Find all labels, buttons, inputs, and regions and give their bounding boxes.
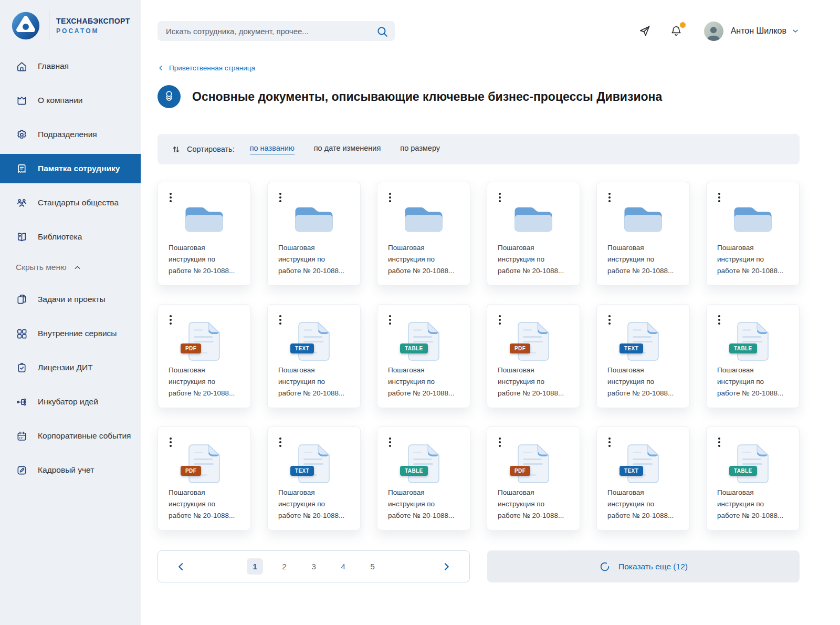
file-type-badge: PDF <box>510 343 530 353</box>
folder-icon <box>291 201 337 237</box>
document-card-folder[interactable]: Пошаговая инструкция по работе № 20-1088… <box>267 182 361 286</box>
document-card-table[interactable]: TABLE Пошаговая инструкция по работе № 2… <box>377 426 470 530</box>
kebab-menu-icon[interactable] <box>497 436 502 449</box>
document-card-text[interactable]: TEXT Пошаговая инструкция по работе № 20… <box>267 426 361 530</box>
sidebar-item-label: Корпоративные события <box>38 431 131 442</box>
document-card-pdf[interactable]: PDF Пошаговая инструкция по работе № 20-… <box>487 304 580 408</box>
breadcrumb-label: Приветственная страница <box>169 64 255 72</box>
sidebar-item-ideas[interactable]: Инкубатор идей <box>0 387 141 416</box>
chevron-up-icon <box>73 263 82 272</box>
pagination-next-button[interactable] <box>439 559 454 574</box>
sort-option[interactable]: по дате изменения <box>314 144 381 154</box>
gear-icon <box>16 129 28 141</box>
kebab-menu-icon[interactable] <box>497 314 502 326</box>
kebab-menu-icon[interactable] <box>278 314 283 326</box>
rosatom-logo <box>9 9 42 42</box>
pagination-prev-button[interactable] <box>174 559 188 574</box>
memo-icon <box>16 163 28 175</box>
sidebar-item-home[interactable]: Главная <box>0 51 141 81</box>
kebab-menu-icon[interactable] <box>607 436 612 449</box>
kebab-menu-icon[interactable] <box>717 191 722 204</box>
breadcrumb[interactable]: Приветственная страница <box>158 64 255 72</box>
sort-option[interactable]: по размеру <box>400 144 440 154</box>
page-button[interactable]: 4 <box>335 558 351 575</box>
page-button[interactable]: 5 <box>364 558 381 575</box>
document-card-text[interactable]: TEXT Пошаговая инструкция по работе № 20… <box>596 426 690 530</box>
kebab-menu-icon[interactable] <box>168 314 173 326</box>
kebab-menu-icon[interactable] <box>168 436 173 449</box>
sortbar: Сортировать: по названиюпо дате изменени… <box>158 134 800 164</box>
kebab-menu-icon[interactable] <box>497 191 502 204</box>
home-icon <box>16 60 28 72</box>
collapse-menu-button[interactable]: Скрыть меню <box>0 256 90 278</box>
sidebar: ТЕХСНАБЭКСПОРТ РОСАТОМ Главная О компани… <box>0 0 141 625</box>
document-card-title: Пошаговая инструкция по работе № 20-1088… <box>275 364 353 399</box>
sidebar-item-book[interactable]: Библиотека <box>0 222 141 252</box>
search-input[interactable] <box>158 21 395 41</box>
kebab-menu-icon[interactable] <box>607 191 612 204</box>
document-card-folder[interactable]: Пошаговая инструкция по работе № 20-1088… <box>706 182 800 286</box>
send-icon[interactable] <box>636 22 654 40</box>
brand: ТЕХСНАБЭКСПОРТ РОСАТОМ <box>0 6 141 51</box>
document-icon: TEXT <box>627 322 659 361</box>
kebab-menu-icon[interactable] <box>387 314 393 326</box>
sidebar-item-company[interactable]: О компании <box>0 86 141 115</box>
user-name[interactable]: Антон Шилков <box>731 26 786 36</box>
kebab-menu-icon[interactable] <box>607 314 612 326</box>
bottom-row: 12345 Показать еще (12) <box>158 550 800 582</box>
main-content: Антон Шилков Приветственная страница Осн… <box>141 0 840 625</box>
sidebar-item-services[interactable]: Внутренние сервисы <box>0 319 141 348</box>
page-button[interactable]: 1 <box>247 558 263 575</box>
folder-icon <box>730 201 776 237</box>
kebab-menu-icon[interactable] <box>168 191 173 204</box>
document-card-folder[interactable]: Пошаговая инструкция по работе № 20-1088… <box>487 182 580 286</box>
document-card-table[interactable]: TABLE Пошаговая инструкция по работе № 2… <box>377 304 470 408</box>
spinner-icon <box>599 561 611 572</box>
file-type-badge: TEXT <box>620 466 643 476</box>
page-button[interactable]: 3 <box>306 558 322 575</box>
show-more-label: Показать еще (12) <box>618 562 688 571</box>
kebab-menu-icon[interactable] <box>717 436 722 449</box>
show-more-button[interactable]: Показать еще (12) <box>487 550 800 582</box>
sidebar-item-memo[interactable]: Памятка сотруднику <box>0 154 141 183</box>
sidebar-item-license[interactable]: Лицензии ДИТ <box>0 353 141 382</box>
kebab-menu-icon[interactable] <box>278 436 283 449</box>
sidebar-item-tasks[interactable]: Задачи и проекты <box>0 285 141 314</box>
document-card-title: Пошаговая инструкция по работе № 20-1088… <box>604 487 682 522</box>
sidebar-item-calendar[interactable]: Корпоративные события <box>0 421 141 451</box>
document-card-folder[interactable]: Пошаговая инструкция по работе № 20-1088… <box>377 182 470 286</box>
sidebar-item-people[interactable]: Стандарты общества <box>0 188 141 217</box>
document-icon: TEXT <box>298 444 330 483</box>
sidebar-item-gear[interactable]: Подразделения <box>0 120 141 149</box>
sidebar-item-hr[interactable]: Кадровый учет <box>0 455 141 485</box>
kebab-menu-icon[interactable] <box>717 314 722 326</box>
document-card-title: Пошаговая инструкция по работе № 20-1088… <box>714 242 792 277</box>
document-card-pdf[interactable]: PDF Пошаговая инструкция по работе № 20-… <box>158 426 251 530</box>
file-type-badge: TEXT <box>290 466 314 476</box>
kebab-menu-icon[interactable] <box>387 191 393 204</box>
chevron-down-icon[interactable] <box>791 27 800 35</box>
document-card-table[interactable]: TABLE Пошаговая инструкция по работе № 2… <box>706 304 800 408</box>
document-card-text[interactable]: TEXT Пошаговая инструкция по работе № 20… <box>267 304 361 408</box>
avatar[interactable] <box>704 22 723 41</box>
document-card-pdf[interactable]: PDF Пошаговая инструкция по работе № 20-… <box>487 426 580 530</box>
file-type-badge: TABLE <box>400 343 428 353</box>
sort-arrows-icon <box>171 144 181 154</box>
document-card-table[interactable]: TABLE Пошаговая инструкция по работе № 2… <box>706 426 800 530</box>
sidebar-item-label: Лицензии ДИТ <box>38 362 93 373</box>
kebab-menu-icon[interactable] <box>387 436 393 449</box>
ideas-icon <box>16 396 28 408</box>
document-card-pdf[interactable]: PDF Пошаговая инструкция по работе № 20-… <box>158 304 251 408</box>
page-button[interactable]: 2 <box>276 558 292 575</box>
bell-icon[interactable] <box>667 22 685 40</box>
search-icon[interactable] <box>374 24 391 41</box>
hr-icon <box>16 464 28 476</box>
document-card-folder[interactable]: Пошаговая инструкция по работе № 20-1088… <box>596 182 690 286</box>
sort-option[interactable]: по названию <box>250 144 295 154</box>
brand-company: ТЕХСНАБЭКСПОРТ <box>56 17 130 25</box>
kebab-menu-icon[interactable] <box>278 191 283 204</box>
sidebar-item-label: Библиотека <box>38 232 82 243</box>
document-card-text[interactable]: TEXT Пошаговая инструкция по работе № 20… <box>596 304 690 408</box>
document-card-folder[interactable]: Пошаговая инструкция по работе № 20-1088… <box>158 182 251 286</box>
document-icon: TABLE <box>737 322 769 361</box>
